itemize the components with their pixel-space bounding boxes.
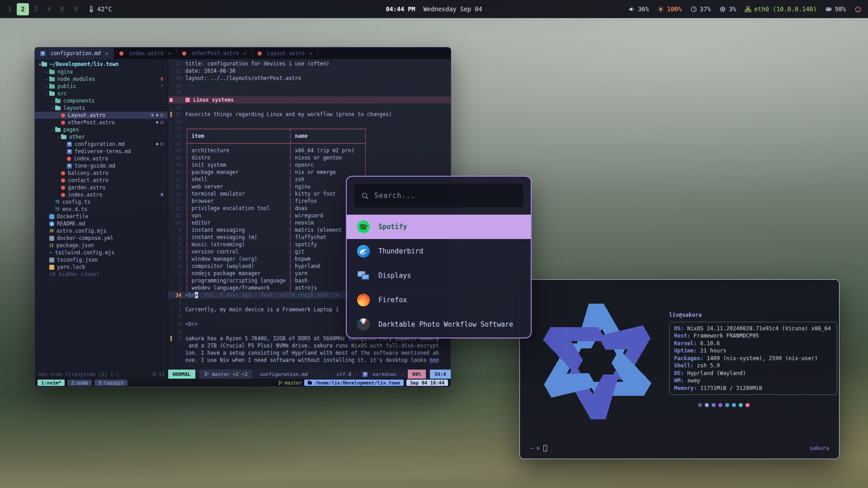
folder-open-icon [55, 128, 61, 132]
workspace-2[interactable]: 2 [17, 3, 29, 15]
tree-item-garden.astro[interactable]: garden.astro [35, 184, 168, 191]
tree-item-config.ts[interactable]: config.ts [35, 198, 168, 206]
close-tab-icon[interactable]: × [243, 51, 246, 56]
tree-item-tone-guide.md[interactable]: tone-guide.md [35, 162, 168, 169]
tree-item-balcony.astro[interactable]: balcony.astro [35, 169, 168, 177]
tree-item-nginx[interactable]: ▸nginx [35, 68, 168, 75]
palette-dot [698, 403, 702, 407]
line-number: 15 [174, 184, 185, 189]
astro-icon [61, 178, 65, 183]
cpu-icon [719, 6, 726, 13]
status-badge: H [151, 113, 154, 117]
line-text: │ item │ name │ [185, 133, 367, 139]
tree-item-pages[interactable]: ▾pages [35, 126, 168, 133]
tmux-window-lazygit[interactable]: 3:lazygit [94, 380, 127, 386]
tree-item-package.json[interactable]: package.json [35, 242, 168, 249]
line-number: 9 [174, 227, 185, 233]
tab-layout-astro[interactable]: Layout.astro × [252, 47, 318, 59]
workspace-9[interactable]: 9 [69, 3, 81, 15]
tree-item-astro.config.mjs[interactable]: astro.config.mjs [35, 227, 168, 235]
tree-item-layouts[interactable]: ▾layouts [35, 104, 168, 112]
line-text: ┌────────────────────────────────┬──────… [185, 126, 367, 132]
tab-configuration-md[interactable]: configuration.md × [35, 47, 114, 59]
tree-item-node-modules[interactable]: ▸node_modulesE [35, 75, 168, 83]
launcher-item-label: Thunderbird [378, 247, 423, 255]
line-number: 24 [174, 119, 185, 124]
tree-item-index.astro[interactable]: index.astro [35, 155, 168, 162]
tree-item-docker-compose.yml[interactable]: docker-compose.yml [35, 235, 168, 242]
line-text: │ music (streaming) │ spotify │ [185, 241, 367, 248]
workspace-8[interactable]: 8 [56, 3, 68, 15]
line-text: │ window manager (xorg) │ bspwm │ [185, 256, 367, 262]
clock-date: Wednesday Sep 04 [423, 5, 482, 13]
tree-item-dockerfile[interactable]: Dockerfile [35, 213, 168, 220]
tree-item-tsconfig.json[interactable]: tsconfig.json [35, 256, 168, 263]
tree-item-yarn.lock[interactable]: yarn.lock [35, 263, 168, 271]
tree-item-fediverse-terms.md[interactable]: fediverse-terms.md [35, 148, 168, 155]
line-text: <br> You, 5 days ago - feat: write rough… [185, 292, 339, 298]
chevron-down-icon: ▾ [56, 135, 61, 139]
palette-dot [712, 403, 716, 407]
fetch-info-value: 11731MiB / 31280MiB [697, 385, 763, 391]
palette-dot [718, 403, 722, 407]
tmux-window-node[interactable]: 2:node [67, 380, 92, 386]
power-icon[interactable] [854, 5, 862, 13]
line-text: ove. I use Nix when I need software with… [185, 357, 439, 363]
nixos-logo [532, 296, 663, 427]
line-number: 19 [174, 155, 185, 160]
line-text: │ terminal emulator │ kitty or foot │ [185, 191, 367, 197]
fetch-info-row: Memory: 11731MiB / 31280MiB [674, 385, 832, 392]
tree-item-tailwind.config.mjs[interactable]: tailwind.config.mjs [35, 249, 168, 256]
tab-index-astro[interactable]: index.astro × [114, 47, 177, 59]
launcher-item-spotify[interactable]: Spotify [347, 215, 531, 239]
line-text: │ programming/scripting language │ bash … [185, 277, 367, 284]
tree-item-layout.astro[interactable]: Layout.astroH● [35, 112, 168, 119]
tree-root[interactable]: ▾ ~/Development/liv.town [35, 60, 168, 68]
fetch-info-row: WM: sway [674, 377, 832, 385]
tree-item-configuration.md[interactable]: configuration.md● [35, 141, 168, 148]
close-tab-icon[interactable]: × [168, 51, 171, 56]
fetch-info-value: Hyprland (Wayland) [684, 370, 746, 376]
line-number: 5 [174, 328, 185, 334]
workspace-3[interactable]: 3 [30, 3, 42, 15]
tree-item-label: contact.astro [68, 177, 108, 183]
tree-item-contact.astro[interactable]: contact.astro [35, 177, 168, 184]
line-text [185, 89, 189, 96]
tsconfig-icon [49, 258, 54, 263]
tab-label: Layout.astro [267, 50, 305, 56]
close-tab-icon[interactable]: × [105, 51, 108, 56]
fetch-info-label: Uptime: [674, 347, 697, 354]
tree-item-components[interactable]: ▸components [35, 97, 168, 104]
tree-item-readme.md[interactable]: README.md [35, 220, 168, 227]
markdown-icon [67, 142, 72, 147]
workspace-4[interactable]: 4 [43, 3, 55, 15]
tree-item-otherpost.astro[interactable]: otherPost.astro● [35, 119, 168, 126]
line-text: │ instant messaging │ matrix (element │ [185, 227, 367, 233]
shell-prompt[interactable]: ~ > sakura [530, 445, 829, 452]
workspace-1[interactable]: 1 [4, 3, 16, 15]
tree-item-env.d.ts[interactable]: env.d.ts [35, 206, 168, 213]
line-number: 28 [174, 90, 185, 95]
search-input[interactable]: Search... [354, 184, 524, 207]
tmux-window-nvim[interactable]: 1:nvim* [38, 380, 65, 386]
tree-item-src[interactable]: ▾src [35, 90, 168, 97]
close-tab-icon[interactable]: × [309, 51, 312, 56]
tree-item-public[interactable]: ▸public? [35, 83, 168, 90]
launcher-item-darktable[interactable]: Darktable Photo Workflow Software [347, 312, 531, 337]
tree-item-index.astro[interactable]: index.astroH [35, 191, 168, 198]
editor-line: 24 [168, 118, 451, 125]
launcher-item-thunderbird[interactable]: Thunderbird [347, 239, 531, 263]
tree-item--6-hidden-items-[interactable]: (6 hidden items) [35, 271, 168, 278]
tab-otherpost-astro[interactable]: otherPost.astro × [177, 47, 252, 59]
launcher-item-firefox[interactable]: Firefox [347, 288, 531, 312]
javascript-icon [49, 229, 54, 233]
tree-item-label: public [57, 83, 76, 89]
line-number: 34 [174, 292, 185, 298]
tree-item-other[interactable]: ▾other [35, 133, 168, 141]
chevron-right-icon: ▸ [44, 84, 49, 89]
displays-icon [357, 269, 370, 282]
fetch-info-value: 6.10.6 [697, 340, 720, 347]
temperature-value: 42°C [97, 5, 112, 13]
launcher-item-displays[interactable]: Displays [347, 263, 531, 288]
neotree-statusline: neo-tree filesystem [1] [-] 8:13 [35, 370, 168, 379]
